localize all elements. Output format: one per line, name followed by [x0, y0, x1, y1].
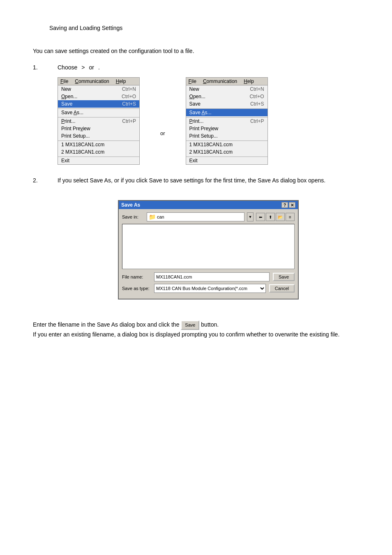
save-button[interactable]: Save — [273, 273, 295, 281]
menu-right-item-new[interactable]: NewCtrl+N — [186, 85, 267, 93]
menu-right-help[interactable]: Help — [244, 78, 254, 84]
menu-right: File Communication Help NewCtrl+N Open..… — [186, 77, 268, 165]
menu-left-item-print[interactable]: Print...Ctrl+P — [58, 117, 139, 125]
menu-right-header: File Communication Help — [186, 78, 267, 85]
menu-left-header: File Communication Help — [58, 78, 139, 85]
toolbar-back-button[interactable]: ⬅ — [256, 213, 265, 221]
bottom-text-1: Enter the filename in the Save As dialog… — [33, 321, 179, 328]
file-name-label: File name: — [122, 274, 151, 279]
menu-right-item-open[interactable]: Open...Ctrl+O — [186, 93, 267, 100]
step-1-dot: . — [98, 64, 100, 71]
menu-left-item-recent2[interactable]: 2 MX118CAN1.ccm — [58, 148, 139, 156]
dialog-titlebar: Save As ? ✕ — [119, 201, 298, 209]
save-as-type-label: Save as type: — [122, 286, 151, 291]
dialog-title: Save As — [121, 202, 140, 208]
menu-right-item-recent1[interactable]: 1 MX118CAN1.ccm — [186, 140, 267, 148]
dialog-filename-row: File name: Save — [122, 272, 295, 281]
menu-left-file[interactable]: File — [60, 78, 68, 84]
bottom-save-inline: Save — [181, 320, 199, 330]
toolbar-new-folder-button[interactable]: 📂 — [276, 213, 285, 221]
toolbar-buttons: ⬅ ⬆ 📂 ≡ — [256, 213, 295, 221]
bottom-line-2: If you enter an existing filename, a dia… — [33, 330, 359, 339]
menu-right-item-print[interactable]: Print...Ctrl+P — [186, 117, 267, 125]
menu-right-item-recent2[interactable]: 2 MX118CAN1.ccm — [186, 148, 267, 156]
step-1-arrow: > — [81, 64, 85, 71]
menu-left-communication[interactable]: Communication — [75, 78, 109, 84]
menu-left-item-new[interactable]: NewCtrl+N — [58, 85, 139, 93]
save-in-folder[interactable]: 📁 can — [147, 212, 244, 221]
dialog-body: Save in: 📁 can ▼ ⬅ ⬆ 📂 ≡ — [119, 209, 298, 299]
step-1-inline: Choose > or . — [58, 64, 359, 71]
menu-right-file[interactable]: File — [189, 78, 196, 84]
step-2-number: 2. — [33, 177, 58, 308]
menu-right-item-exit[interactable]: Exit — [186, 157, 267, 164]
cancel-button[interactable]: Cancel — [269, 284, 295, 292]
intro-text: You can save settings created on the con… — [33, 48, 359, 54]
dialog-help-button[interactable]: ? — [281, 202, 288, 208]
menu-left-item-printsetup[interactable]: Print Setup... — [58, 132, 139, 140]
menu-left-item-exit[interactable]: Exit — [58, 157, 139, 164]
menu-left-item-saveas[interactable]: Save As... — [58, 108, 139, 116]
save-in-folder-name: can — [157, 214, 164, 219]
toolbar-view-button[interactable]: ≡ — [286, 213, 295, 221]
step-2-content: If you select Save As, or if you click S… — [58, 177, 359, 308]
menu-left-item-save[interactable]: SaveCtrl+S — [58, 100, 139, 108]
bottom-text: Enter the filename in the Save As dialog… — [33, 320, 359, 339]
step-1-or: or — [89, 64, 94, 71]
save-as-dialog: Save As ? ✕ Save in: 📁 can ▼ ⬅ — [118, 200, 299, 299]
menu-right-item-printsetup[interactable]: Print Setup... — [186, 132, 267, 140]
toolbar-up-button[interactable]: ⬆ — [266, 213, 275, 221]
bottom-text-2: button. — [201, 321, 219, 328]
menus-container: File Communication Help NewCtrl+N Open..… — [58, 77, 359, 165]
menu-right-item-printpreview[interactable]: Print Preview — [186, 125, 267, 132]
folder-icon: 📁 — [149, 214, 156, 220]
menu-left: File Communication Help NewCtrl+N Open..… — [58, 77, 140, 165]
save-in-dropdown[interactable]: ▼ — [247, 212, 254, 221]
dialog-save-in-row: Save in: 📁 can ▼ ⬅ ⬆ 📂 ≡ — [122, 212, 295, 221]
step-1-content: Choose > or . File Communication Help Ne… — [58, 64, 359, 165]
step-1-number: 1. — [33, 64, 58, 165]
menu-right-item-save[interactable]: SaveCtrl+S — [186, 100, 267, 108]
save-in-label: Save in: — [122, 214, 144, 219]
dialog-close-button[interactable]: ✕ — [289, 202, 295, 208]
step-1: 1. Choose > or . File Communication Help… — [33, 64, 359, 165]
menu-left-item-recent1[interactable]: 1 MX118CAN1.ccm — [58, 140, 139, 148]
file-name-input[interactable] — [154, 272, 270, 281]
dialog-saveastype-row: Save as type: MX118 CAN Bus Module Confi… — [122, 284, 295, 293]
or-separator: or — [156, 102, 169, 165]
page-title: Saving and Loading Settings — [49, 25, 359, 31]
step-1-choose: Choose — [58, 64, 77, 71]
menu-right-item-saveas[interactable]: Save As... — [186, 108, 267, 116]
bottom-line-1: Enter the filename in the Save As dialog… — [33, 320, 359, 330]
menu-left-help[interactable]: Help — [116, 78, 126, 84]
step-2: 2. If you select Save As, or if you clic… — [33, 177, 359, 308]
step-2-text: If you select Save As, or if you click S… — [58, 177, 359, 184]
menu-left-item-open[interactable]: Open...Ctrl+O — [58, 93, 139, 100]
menu-left-item-printpreview[interactable]: Print Preview — [58, 125, 139, 132]
dialog-titlebar-buttons: ? ✕ — [281, 202, 295, 208]
menu-right-communication[interactable]: Communication — [203, 78, 237, 84]
save-as-type-select[interactable]: MX118 CAN Bus Module Configuration(*.ccm — [154, 284, 266, 293]
dialog-file-area — [122, 224, 295, 269]
